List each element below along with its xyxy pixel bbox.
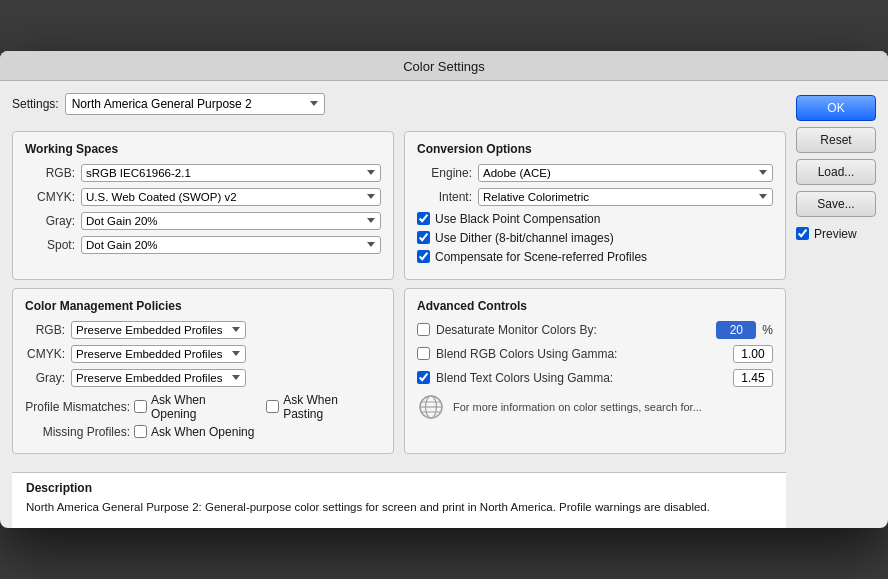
cmyk-select[interactable]: U.S. Web Coated (SWOP) v2: [81, 188, 381, 206]
policy-gray-row: Gray: Preserve Embedded Profiles Off Con…: [25, 369, 381, 387]
compensate-row: Compensate for Scene-referred Profiles: [417, 250, 773, 264]
load-button[interactable]: Load...: [796, 159, 876, 185]
missing-ask-opening-checkbox[interactable]: [134, 425, 147, 438]
preview-row: Preview: [796, 227, 876, 241]
policy-rgb-select[interactable]: Preserve Embedded Profiles Off Convert t…: [71, 321, 246, 339]
black-point-row: Use Black Point Compensation: [417, 212, 773, 226]
mismatch-ask-opening-label: Ask When Opening: [151, 393, 254, 421]
desaturate-row: Desaturate Monitor Colors By: 20 %: [417, 321, 773, 339]
compensate-checkbox[interactable]: [417, 250, 430, 263]
reset-button[interactable]: Reset: [796, 127, 876, 153]
mismatch-ask-pasting-label: Ask When Pasting: [283, 393, 381, 421]
ok-button[interactable]: OK: [796, 95, 876, 121]
policy-cmyk-row: CMYK: Preserve Embedded Profiles Off Con…: [25, 345, 381, 363]
description-title: Description: [26, 481, 772, 495]
engine-label: Engine:: [417, 166, 472, 180]
dither-checkbox[interactable]: [417, 231, 430, 244]
policy-cmyk-label: CMYK:: [25, 347, 65, 361]
rgb-label: RGB:: [25, 166, 75, 180]
rgb-select[interactable]: sRGB IEC61966-2.1: [81, 164, 381, 182]
policy-rgb-row: RGB: Preserve Embedded Profiles Off Conv…: [25, 321, 381, 339]
cmyk-row: CMYK: U.S. Web Coated (SWOP) v2: [25, 188, 381, 206]
settings-label: Settings:: [12, 97, 59, 111]
spot-select[interactable]: Dot Gain 20%: [81, 236, 381, 254]
spot-row: Spot: Dot Gain 20%: [25, 236, 381, 254]
settings-select[interactable]: North America General Purpose 2: [65, 93, 325, 115]
black-point-checkbox[interactable]: [417, 212, 430, 225]
missing-profiles-row: Missing Profiles: Ask When Opening: [25, 425, 381, 439]
gray-row: Gray: Dot Gain 20%: [25, 212, 381, 230]
blend-text-label: Blend Text Colors Using Gamma:: [436, 371, 727, 385]
dialog-body: Settings: North America General Purpose …: [0, 81, 888, 528]
intent-select[interactable]: Relative Colorimetric: [478, 188, 773, 206]
desaturate-checkbox[interactable]: [417, 323, 430, 336]
conversion-options-title: Conversion Options: [417, 142, 773, 156]
mismatch-ask-opening-checkbox[interactable]: [134, 400, 147, 413]
blend-text-row: Blend Text Colors Using Gamma: 1.45: [417, 369, 773, 387]
policy-panel: Color Management Policies RGB: Preserve …: [12, 288, 394, 454]
preview-checkbox[interactable]: [796, 227, 809, 240]
policy-gray-select[interactable]: Preserve Embedded Profiles Off Convert t…: [71, 369, 246, 387]
spot-label: Spot:: [25, 238, 75, 252]
profile-mismatches-row: Profile Mismatches: Ask When Opening Ask…: [25, 393, 381, 421]
desaturate-value[interactable]: 20: [716, 321, 756, 339]
blend-rgb-label: Blend RGB Colors Using Gamma:: [436, 347, 727, 361]
globe-icon: [417, 393, 445, 421]
blend-text-checkbox[interactable]: [417, 371, 430, 384]
intent-label: Intent:: [417, 190, 472, 204]
black-point-label: Use Black Point Compensation: [435, 212, 600, 226]
working-spaces-title: Working Spaces: [25, 142, 381, 156]
policy-rgb-label: RGB:: [25, 323, 65, 337]
conversion-options-panel: Conversion Options Engine: Adobe (ACE) I…: [404, 131, 786, 280]
rgb-row: RGB: sRGB IEC61966-2.1: [25, 164, 381, 182]
cmyk-label: CMYK:: [25, 190, 75, 204]
engine-row: Engine: Adobe (ACE): [417, 164, 773, 182]
info-text: For more information on color settings, …: [453, 401, 702, 413]
missing-profiles-label: Missing Profiles:: [25, 425, 130, 439]
bottom-panels: Color Management Policies RGB: Preserve …: [12, 288, 786, 454]
policy-gray-label: Gray:: [25, 371, 65, 385]
sidebar: OK Reset Load... Save... Preview: [796, 93, 876, 528]
preview-label: Preview: [814, 227, 857, 241]
top-panels: Working Spaces RGB: sRGB IEC61966-2.1 CM…: [12, 131, 786, 280]
dither-label: Use Dither (8-bit/channel images): [435, 231, 614, 245]
policy-title: Color Management Policies: [25, 299, 381, 313]
compensate-label: Compensate for Scene-referred Profiles: [435, 250, 647, 264]
advanced-title: Advanced Controls: [417, 299, 773, 313]
color-settings-dialog: Color Settings Settings: North America G…: [0, 51, 888, 528]
dither-row: Use Dither (8-bit/channel images): [417, 231, 773, 245]
engine-select[interactable]: Adobe (ACE): [478, 164, 773, 182]
mismatch-ask-pasting-checkbox[interactable]: [266, 400, 279, 413]
policy-cmyk-select[interactable]: Preserve Embedded Profiles Off Convert t…: [71, 345, 246, 363]
desaturate-unit: %: [762, 323, 773, 337]
main-content: Settings: North America General Purpose …: [12, 93, 786, 528]
blend-rgb-value[interactable]: 1.00: [733, 345, 773, 363]
blend-text-value[interactable]: 1.45: [733, 369, 773, 387]
advanced-panel: Advanced Controls Desaturate Monitor Col…: [404, 288, 786, 454]
description-section: Description North America General Purpos…: [12, 472, 786, 528]
gray-label: Gray:: [25, 214, 75, 228]
desaturate-label: Desaturate Monitor Colors By:: [436, 323, 710, 337]
settings-row: Settings: North America General Purpose …: [12, 93, 786, 115]
info-row: For more information on color settings, …: [417, 393, 773, 421]
description-text: North America General Purpose 2: General…: [26, 499, 772, 516]
working-spaces-panel: Working Spaces RGB: sRGB IEC61966-2.1 CM…: [12, 131, 394, 280]
missing-ask-opening-label: Ask When Opening: [151, 425, 254, 439]
intent-row: Intent: Relative Colorimetric: [417, 188, 773, 206]
profile-mismatches-label: Profile Mismatches:: [25, 400, 130, 414]
blend-rgb-checkbox[interactable]: [417, 347, 430, 360]
save-button[interactable]: Save...: [796, 191, 876, 217]
blend-rgb-row: Blend RGB Colors Using Gamma: 1.00: [417, 345, 773, 363]
gray-select[interactable]: Dot Gain 20%: [81, 212, 381, 230]
dialog-title: Color Settings: [0, 51, 888, 81]
